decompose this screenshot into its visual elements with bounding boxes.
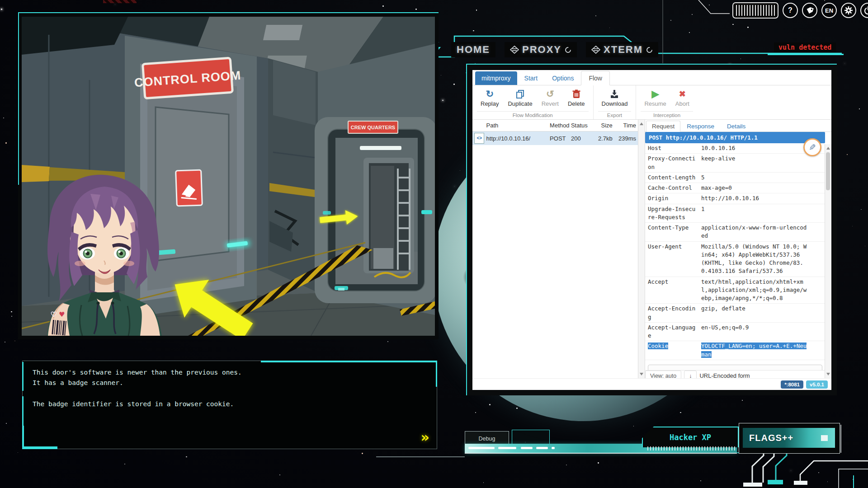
flow-row[interactable]: <> http://10.0.10.16/ POST 200 2.7kb 239… [472,131,638,145]
debug-label: Debug [479,436,495,442]
vuln-underline [768,54,844,55]
dialog-accent [261,361,437,362]
xterm-spinner-icon [646,47,653,53]
scroll-down-icon[interactable] [640,373,643,375]
caption-flow-modification: Flow Modification [477,111,589,119]
vuln-detected-status: vuln detected [774,42,836,52]
download-button[interactable]: Download [598,87,632,111]
tab-options[interactable]: Options [545,71,581,85]
flow-table: Path Method Status Size Time <> http://1… [472,120,638,378]
group-export: Download Export [594,85,637,119]
gear-icon [844,6,853,15]
col-time[interactable]: Time [613,122,638,129]
header-list: Host10.0.10.16 Proxy-Connectionkeep-aliv… [645,143,825,360]
header-row[interactable]: Accept-Languageen-US,en;q=0.9 [645,323,825,342]
header-row[interactable]: Content-Length5 [645,173,825,183]
detail-panel: Request Response Details POST http://10.… [645,120,831,378]
flow-path: http://10.0.10.16/ [486,135,550,142]
flow-table-scrollbar[interactable] [638,120,645,378]
col-path[interactable]: Path [486,122,550,129]
header-row[interactable]: Upgrade-Insecure-Requests1 [645,204,825,223]
scroll-thumb[interactable] [826,152,830,190]
power-button[interactable] [860,3,868,18]
group-flow-modification: ↻ Replay Duplicate ↺ Revert [472,85,594,119]
caption-interception: Interception [641,111,693,119]
header-row[interactable]: Accept-Encodinggzip, deflate [645,304,825,323]
dialog-accent [436,361,437,387]
header-row[interactable]: Accepttext/html,application/xhtml+xml,ap… [645,277,825,304]
view-mode-tab[interactable]: View: auto [645,371,681,378]
tag-icon [806,6,814,14]
resume-icon: ▶ [652,88,659,100]
header-row[interactable]: Proxy-Connectionkeep-alive [645,154,825,173]
flags-label: FLAGS++ [743,433,793,443]
flow-doc-icon: <> [474,133,484,144]
hazard-accent-top [103,0,137,3]
language-button[interactable]: EN [821,3,837,18]
help-button[interactable]: ? [783,3,798,18]
dialog-accent [22,446,57,449]
col-size[interactable]: Size [591,122,613,129]
dialog-accent [22,426,24,449]
header-row[interactable]: Content-Typeapplication/x-www-form-urlen… [645,223,825,242]
nav-home[interactable]: HOME [451,42,495,57]
dialog-accent [22,362,24,391]
scroll-down-icon[interactable] [826,373,830,375]
flags-panel[interactable]: FLAGS++ [739,423,840,454]
abort-button[interactable]: ✖ Abort [672,87,693,111]
tab-response[interactable]: Response [680,121,721,131]
group-interception: ▶ Resume ✖ Abort Interception [636,85,698,119]
caption-export: Export [598,111,632,119]
view-footer: View: auto ↓ URL-Encoded form [645,370,831,378]
tab-flow[interactable]: Flow [581,71,610,85]
nav-xterm[interactable]: XTERM [586,42,658,57]
header-row[interactable]: User-AgentMozilla/5.0 (Windows NT 10.0; … [645,242,825,277]
col-method[interactable]: Method [550,122,571,129]
replay-button[interactable]: ↻ Replay [477,87,502,111]
game-viewport[interactable]: CREW QUARTERS CONTROL ROOM [18,12,439,339]
system-tray: ? EN [732,2,868,19]
pencil-icon: ✎ [809,142,816,152]
language-label: EN [825,7,833,14]
revert-label: Revert [542,100,559,107]
duplicate-icon [516,88,525,100]
tab-mitmproxy[interactable]: mitmproxy [475,71,517,85]
edit-button[interactable]: ✎ [803,138,821,156]
dialog-accent [22,396,24,428]
detail-scrollbar[interactable] [825,144,831,378]
header-row[interactable]: Originhttp://10.0.10.16 [645,193,825,204]
barcode-widget[interactable] [732,2,778,19]
dialog-box[interactable]: This door's software is newer than the p… [22,361,437,449]
tab-start[interactable]: Start [517,71,545,85]
flow-time: 239ms [613,135,638,142]
col-status[interactable]: Status [571,122,591,129]
tag-button[interactable] [802,3,817,18]
mitmproxy-window: mitmproxy Start Options Flow ↻ Replay [466,64,837,395]
duplicate-button[interactable]: Duplicate [504,87,536,111]
dialog-next-icon[interactable]: » [421,429,429,445]
resume-button[interactable]: ▶ Resume [641,87,670,111]
tab-request[interactable]: Request [646,121,680,132]
flow-status: 200 [571,135,591,142]
encoding-label: URL-Encoded form [699,371,750,378]
request-line[interactable]: POST http://10.0.10.16/ HTTP/1.1 [645,132,825,143]
header-row-cookie-selected[interactable]: CookieYOLOCTF_LANG=en; user=A.+E.+Neuman [645,341,825,360]
scroll-up-icon[interactable] [826,147,830,150]
nav-home-label: HOME [457,44,490,56]
resume-label: Resume [644,100,666,107]
scroll-up-icon[interactable] [640,122,643,125]
revert-button[interactable]: ↺ Revert [538,87,562,111]
header-row[interactable]: Cache-Controlmax-age=0 [645,183,825,193]
proxy-spinner-icon [565,47,571,53]
download-body-tab[interactable]: ↓ [684,371,697,378]
detail-tabs: Request Response Details [645,120,831,132]
tab-details[interactable]: Details [721,121,752,131]
header-row[interactable]: Host10.0.10.16 [645,143,825,154]
delete-button[interactable]: Delete [564,87,589,111]
nav-proxy[interactable]: PROXY [505,42,577,57]
trash-icon [572,88,580,100]
proxy-stack-icon [510,46,519,54]
settings-button[interactable] [841,3,856,18]
flow-toolbar: ↻ Replay Duplicate ↺ Revert [472,85,831,120]
dialog-text: This door's software is newer than the p… [33,367,421,410]
